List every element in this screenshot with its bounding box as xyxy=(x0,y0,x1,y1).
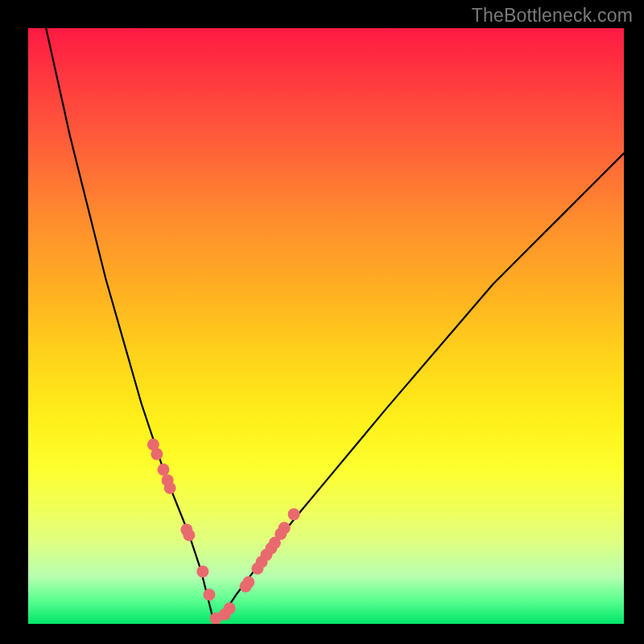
chart-svg xyxy=(28,28,624,624)
highlight-dot xyxy=(164,482,176,494)
chart-frame: TheBottleneck.com xyxy=(0,0,644,644)
highlight-dot xyxy=(224,602,236,614)
plot-area xyxy=(28,28,624,624)
highlight-dot xyxy=(203,588,215,601)
highlight-dot xyxy=(196,565,208,577)
highlight-dot xyxy=(157,464,169,476)
highlight-dot xyxy=(279,522,291,534)
highlight-dot xyxy=(242,576,254,588)
highlight-dot xyxy=(183,529,195,541)
watermark-text: TheBottleneck.com xyxy=(472,5,633,27)
highlight-dot xyxy=(288,508,300,520)
bottleneck-curve xyxy=(46,28,624,618)
highlight-dots-group xyxy=(147,439,300,624)
highlight-dot xyxy=(151,448,163,460)
